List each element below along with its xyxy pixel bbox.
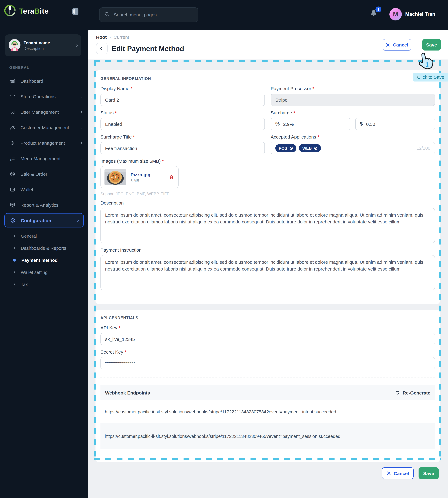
sidebar-item-product-management[interactable]: Product Management [0,135,88,151]
sidebar-collapse-icon[interactable] [72,8,79,15]
submenu-item-label: Wallet setting [21,270,48,275]
back-button[interactable] [96,43,108,54]
cancel-button-top[interactable]: Cancel [383,39,411,50]
uploaded-image-card: Pizza.jpg 3 MB [100,166,178,188]
product-gear-icon [9,140,16,146]
cancel-button-bottom[interactable]: Cancel [382,467,414,479]
secret-key-input[interactable] [100,357,435,369]
sidebar-item-label: Store Operations [20,94,56,99]
content-area: GENERAL INFORMATION Display Name* Paymen… [88,60,448,498]
status-select[interactable]: Enabled [100,118,265,130]
sidebar-item-label: Configuration [21,218,51,223]
status-field-group: Status* Enabled [100,110,265,130]
bullet-icon [14,235,15,237]
sidebar-section-label: GENERAL [9,66,29,69]
description-field-group: Description Lorem ipsum dolor sit amet, … [100,200,435,243]
user-avatar[interactable]: M [389,8,402,20]
close-icon [386,43,390,47]
chevron-right-icon [79,141,82,144]
chevron-right-icon [79,126,82,129]
webhook-header: Webhook Endpoints Re-Generate [100,385,435,400]
sidebar-item-customer-management[interactable]: Customer Management [0,120,88,135]
submenu-item-wallet-setting[interactable]: Wallet setting [0,266,88,278]
topbar: TeraBite 1 M Machiel Tran [0,0,448,30]
save-button-top[interactable]: Save [422,39,441,50]
breadcrumb-root[interactable]: Root [96,34,107,40]
sidebar: Tenant name Description GENERAL Dashboar… [0,30,88,498]
configuration-submenu: General Dashboards & Reports Payment met… [0,228,88,290]
support-formats-text: Support JPG, PNG, BMP, WEBP, TIFF [100,191,435,196]
submenu-item-general[interactable]: General [0,230,88,242]
images-field-group: Images (Maximum size 5MB)* [100,158,435,196]
webhook-url: https://customer.pacific-ii-sit.styl.sol… [105,409,336,414]
submenu-item-label: Dashboards & Reports [21,246,66,250]
tenant-avatar [9,39,20,52]
search-input[interactable] [113,12,193,18]
sidebar-item-label: Dashboard [20,78,43,83]
wallet-icon [9,187,16,192]
display-name-input[interactable] [100,93,265,106]
search-icon [104,11,110,18]
surcharge-amount-input[interactable]: $ 0.30 [355,118,435,130]
customers-icon [9,124,16,130]
cursor-hand-icon: 1 [416,51,435,74]
bullet-icon [14,283,15,285]
numbered-list-icon: 12 [9,156,16,161]
breadcrumb-separator: • [110,35,111,39]
accepted-applications-input[interactable]: POS ⊗ WEB ⊗ 12/100 [271,142,435,154]
webhook-url-row: https://customer.pacific-ii-sit.styl.sol… [100,400,435,423]
chevron-left-icon [100,47,103,50]
surcharge-title-input[interactable] [100,142,265,154]
breadcrumb-current: Current [114,34,129,40]
submenu-item-label: Payment method [21,258,58,263]
bullet-icon [14,271,15,273]
chip-remove-icon[interactable]: ⊗ [289,146,293,150]
sidebar-item-configuration[interactable]: Configuration [4,213,84,227]
sidebar-item-wallet[interactable]: Wallet [0,182,88,197]
bullet-icon [13,259,16,262]
chip-pos[interactable]: POS ⊗ [275,144,296,152]
payment-instruction-textarea[interactable]: Lorem ipsum dolor sit amet, consectetur … [100,255,435,290]
webhook-title: Webhook Endpoints [105,390,150,395]
sidebar-item-label: Wallet [20,187,33,192]
webhook-url-row: https://customer.pacific-ii-sit.styl.sol… [100,423,435,449]
surcharge-percent-input[interactable]: % 2.9% [271,118,350,130]
app-root: TeraBite 1 M Machiel Tran [0,0,448,498]
sidebar-item-report-analytics[interactable]: Report & Analytics [0,197,88,213]
gear-icon [10,218,16,223]
delete-image-button[interactable] [168,174,175,180]
sidebar-item-label: Sale & Order [20,171,47,176]
notifications-button[interactable]: 1 [370,9,379,19]
description-textarea[interactable]: Lorem ipsum dolor sit amet, consectetur … [100,208,435,243]
save-button-bottom[interactable]: Save [418,467,439,479]
sidebar-item-dashboard[interactable]: Dashboard [0,73,88,89]
dollar-icon: $ [360,121,363,127]
accepted-applications-field-group: Accepted Applications* POS ⊗ WEB ⊗ 12/10… [271,134,435,154]
percent-badge-icon [9,171,16,177]
storefront-icon [9,93,16,99]
sidebar-item-label: Menu Management [20,156,61,161]
sidebar-item-label: Report & Analytics [20,202,58,207]
sidebar-item-sale-order[interactable]: Sale & Order [0,166,88,182]
submenu-item-dashboards-reports[interactable]: Dashboards & Reports [0,242,88,254]
chip-remove-icon[interactable]: ⊗ [314,146,318,150]
file-name: Pizza.jpg [130,172,150,177]
api-key-input[interactable] [100,333,435,345]
regenerate-button[interactable]: Re-Generate [395,390,430,395]
dashboard-icon [9,78,16,84]
bullet-icon [14,247,15,249]
trash-icon [168,174,175,180]
sidebar-item-menu-management[interactable]: 12 Menu Management [0,151,88,166]
sidebar-item-user-management[interactable]: User Management [0,104,88,120]
submenu-item-tax[interactable]: Tax [0,278,88,290]
tenant-info: Tenant name Description [24,40,50,51]
global-search[interactable] [99,7,198,22]
chevron-right-icon [79,95,82,98]
submenu-item-payment-method[interactable]: Payment method [0,254,88,266]
sidebar-item-store-operations[interactable]: Store Operations [0,89,88,104]
tenant-card[interactable]: Tenant name Description [5,34,81,56]
file-size: 3 MB [130,178,150,183]
user-name[interactable]: Machiel Tran [405,12,435,17]
chip-web[interactable]: WEB ⊗ [299,144,321,152]
secret-key-field-group: Secret Key* [100,349,435,369]
